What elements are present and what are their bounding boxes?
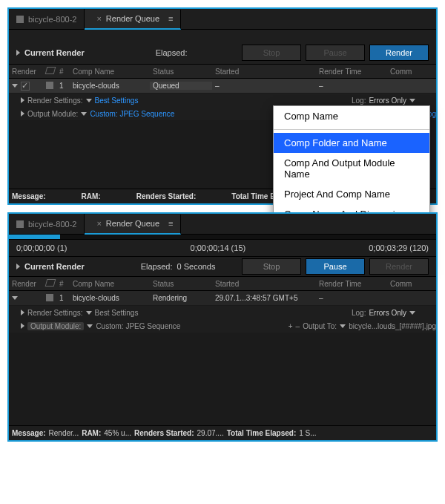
col-started[interactable]: Started	[212, 280, 316, 288]
button-bar: Stop Pause Render	[242, 45, 429, 61]
pause-button[interactable]: Pause	[306, 45, 365, 61]
render-settings-value[interactable]: Best Settings	[95, 309, 139, 317]
popup-item-comp-name[interactable]: Comp Name	[274, 106, 429, 126]
chevron-down-icon[interactable]	[87, 324, 93, 328]
close-icon[interactable]: ×	[96, 14, 101, 23]
button-bar: Stop Pause Render	[242, 258, 429, 275]
comp-icon	[16, 16, 24, 23]
timeline-row: 0;00;00;00 (1) 0;00;00;14 (15) 0;00;03;2…	[9, 239, 436, 257]
chevron-down-icon[interactable]	[409, 99, 415, 102]
col-started[interactable]: Started	[212, 68, 316, 76]
remove-output-button[interactable]: –	[296, 322, 300, 330]
column-header: Render # Comp Name Status Started Render…	[9, 276, 436, 291]
time-start: 0;00;00;00 (1)	[16, 243, 67, 252]
disclosure-icon[interactable]	[12, 84, 18, 88]
progress-bar	[9, 235, 436, 239]
output-to-label: Output To:	[303, 322, 337, 330]
chevron-down-icon[interactable]	[340, 324, 346, 328]
disclosure-icon[interactable]	[21, 111, 24, 117]
col-status[interactable]: Status	[150, 280, 212, 288]
time-current: 0;00;00;14 (15)	[191, 243, 246, 252]
tab-render-queue[interactable]: × Render Queue ≡	[85, 10, 181, 30]
item-render-time: –	[316, 82, 387, 90]
disclosure-icon[interactable]	[12, 296, 18, 300]
renders-started-label: Renders Started:	[134, 429, 194, 437]
chevron-down-icon[interactable]	[81, 112, 87, 116]
render-settings-label: Render Settings:	[27, 309, 83, 317]
chevron-down-icon[interactable]	[409, 311, 415, 315]
render-checkbox[interactable]	[21, 82, 30, 91]
col-comm[interactable]: Comm	[387, 68, 436, 76]
col-rtime[interactable]: Render Time	[316, 280, 387, 288]
log-label: Log:	[352, 96, 366, 105]
status-bar: Message: Render... RAM: 45% u... Renders…	[9, 425, 436, 440]
disclosure-icon[interactable]	[16, 50, 20, 56]
popup-item-comp-and-output-module-name[interactable]: Comp And Output Module Name	[274, 153, 429, 184]
comp-icon	[16, 220, 24, 228]
current-render-row: Current Render Elapsed: Stop Pause Rende…	[16, 45, 429, 61]
empty-area	[9, 333, 436, 425]
col-comm[interactable]: Comm	[387, 280, 436, 288]
elapsed-label: Elapsed:	[156, 48, 188, 57]
col-render[interactable]: Render	[9, 68, 43, 76]
col-num[interactable]: #	[56, 68, 70, 76]
item-render-time: –	[316, 294, 387, 302]
render-button[interactable]: Render	[369, 45, 429, 61]
col-status[interactable]: Status	[150, 68, 212, 76]
progress-fill	[9, 235, 60, 239]
item-started: 29.07.1...3:48:57 GMT+5	[212, 294, 316, 302]
render-settings-row: Render Settings: Best Settings Log: Erro…	[9, 306, 436, 319]
ram-label: RAM:	[82, 192, 101, 200]
panel-menu-icon[interactable]: ≡	[168, 14, 173, 23]
item-comp-name: bicycle-clouds	[70, 82, 150, 90]
disclosure-icon[interactable]	[16, 264, 20, 269]
col-comp[interactable]: Comp Name	[70, 68, 150, 76]
render-settings-label: Render Settings:	[27, 96, 83, 105]
comp-icon	[46, 294, 53, 301]
output-module-value[interactable]: Custom: JPEG Sequence	[90, 110, 174, 118]
output-module-row: Output Module: Custom: JPEG Sequence + –…	[9, 319, 436, 333]
popup-item-comp-folder-and-name[interactable]: Comp Folder and Name	[274, 133, 429, 153]
log-dropdown[interactable]: Errors Only	[369, 309, 406, 317]
render-queue-panel-bottom: bicycle-800-2 × Render Queue ≡ 0;00;00;0…	[7, 212, 438, 442]
col-comp[interactable]: Comp Name	[70, 280, 150, 288]
log-dropdown[interactable]: Errors Only	[369, 96, 406, 105]
item-number: 1	[56, 294, 70, 302]
tab-label: bicycle-800-2	[28, 15, 76, 24]
tab-label: Render Queue	[106, 14, 159, 23]
disclosure-icon[interactable]	[21, 323, 24, 329]
stop-button[interactable]: Stop	[242, 45, 301, 61]
total-time-elapsed-label: Total Time Elapsed:	[227, 429, 297, 437]
tab-render-queue[interactable]: × Render Queue ≡	[85, 215, 181, 235]
disclosure-icon[interactable]	[21, 310, 24, 315]
comp-icon	[46, 82, 53, 89]
col-num[interactable]: #	[56, 280, 70, 288]
add-output-button[interactable]: +	[289, 322, 293, 330]
panel-menu-icon[interactable]: ≡	[168, 219, 173, 228]
col-rtime[interactable]: Render Time	[316, 68, 387, 76]
render-button[interactable]: Render	[369, 258, 429, 275]
output-module-label: Output Module:	[27, 110, 78, 118]
renders-started-value: 29.07....	[197, 429, 224, 437]
chevron-down-icon[interactable]	[86, 99, 92, 102]
total-time-elapsed-value: 1 S...	[299, 429, 316, 437]
stop-button[interactable]: Stop	[242, 258, 301, 275]
output-module-value[interactable]: Custom: JPEG Sequence	[96, 322, 180, 330]
elapsed-label: Elapsed:	[141, 262, 173, 271]
disclosure-icon[interactable]	[21, 97, 24, 103]
popup-item-project-and-comp-name[interactable]: Project And Comp Name	[274, 184, 429, 204]
pause-button[interactable]: Pause	[306, 258, 365, 275]
queue-item-row[interactable]: 1 bicycle-clouds Rendering 29.07.1...3:4…	[9, 291, 436, 306]
renders-started-label: Renders Started:	[136, 192, 197, 200]
queue-item-row[interactable]: 1 bicycle-clouds Queued – –	[9, 79, 436, 94]
tab-bicycle-800-2[interactable]: bicycle-800-2	[9, 214, 85, 234]
col-render[interactable]: Render	[9, 280, 43, 288]
close-icon[interactable]: ×	[96, 219, 101, 228]
render-settings-value[interactable]: Best Settings	[95, 96, 139, 105]
tag-icon	[45, 279, 56, 287]
output-to-value[interactable]: bicycle...louds_[#####].jpg	[349, 322, 436, 330]
col-tag[interactable]	[43, 279, 56, 288]
col-tag[interactable]	[43, 67, 56, 76]
chevron-down-icon[interactable]	[86, 311, 92, 315]
tab-bicycle-800-2[interactable]: bicycle-800-2	[9, 9, 85, 29]
